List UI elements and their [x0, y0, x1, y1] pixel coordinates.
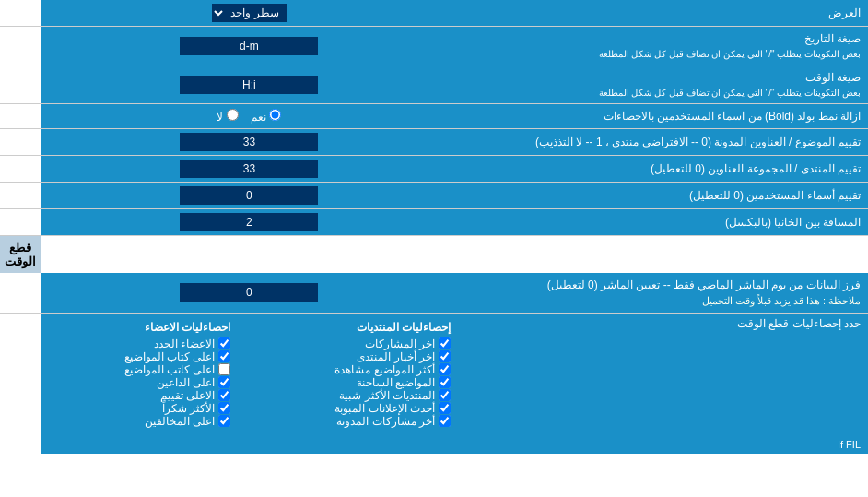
date-format-label: صيغة التاريخ بعض التكوينات يتطلب "/" الت… — [458, 27, 868, 65]
snapshot-header — [41, 236, 868, 274]
usernames-label: تقييم أسماء المستخدمين (0 للتعطيل) — [458, 183, 868, 209]
time-format-input-cell — [41, 65, 458, 104]
display-label: العرض — [458, 0, 868, 27]
forum-titles-label: تقييم المنتدى / المجموعة العناوين (0 للت… — [458, 156, 868, 183]
bold-remove-label: ازالة نمط بولد (Bold) من اسماء المستخدمي… — [458, 104, 868, 129]
cb-shares[interactable] — [439, 337, 451, 349]
radio-no-label: لا — [217, 111, 238, 124]
cb-ads-item: أحدث الإعلانات المبوبة — [267, 402, 450, 415]
snapshot-days-input[interactable] — [180, 283, 318, 302]
forum-titles-input-cell — [41, 156, 458, 183]
topic-titles-label: تقييم الموضوع / العناوين المدونة (0 -- ا… — [458, 129, 868, 156]
display-dropdown[interactable]: سطر واحد سطرين — [212, 4, 287, 22]
cb-top-posters-item: اعلى كتاب المواضيع — [48, 350, 230, 363]
radio-no[interactable] — [227, 109, 239, 121]
cb-hot[interactable] — [439, 376, 451, 388]
date-format-input[interactable] — [180, 37, 318, 55]
display-input-cell: سطر واحد سطرين — [41, 0, 458, 27]
date-format-input-cell — [41, 27, 458, 65]
members-stats-header: احصاءليات الاعضاء — [48, 321, 230, 334]
cb-shares-item: اخر المشاركات — [267, 337, 450, 350]
cb-thanks[interactable] — [218, 402, 230, 414]
cb-referrers[interactable] — [218, 376, 230, 388]
cb-last-posts-item: أخر مشاركات المدونة — [267, 415, 450, 428]
cb-similar-item: المنتديات الأكثر شبية — [267, 389, 450, 402]
cb-new-item: الاعضاء الجدد — [48, 337, 230, 350]
cb-news[interactable] — [439, 350, 451, 362]
cb-writers[interactable] — [218, 363, 230, 375]
snapshot-days-input-cell — [41, 273, 458, 313]
bold-remove-radio-cell: نعم لا — [41, 104, 458, 129]
column-gap-input-cell — [41, 209, 458, 236]
stats-apply-label: حدد إحصاءليات قطع الوقت — [458, 313, 868, 435]
column-gap-input[interactable] — [180, 213, 318, 231]
cb-referrers-item: اعلى الداعين — [48, 376, 230, 389]
topic-titles-input-cell — [41, 129, 458, 156]
radio-yes-label: نعم — [248, 111, 282, 124]
snapshot-days-label: فرز البيانات من يوم الماشر الماضي فقط --… — [458, 273, 868, 313]
cb-rated[interactable] — [218, 389, 230, 401]
cb-new[interactable] — [218, 337, 230, 349]
cb-news-item: اخر أخبار المنتدى — [267, 350, 450, 363]
usernames-input-cell — [41, 183, 458, 209]
column-gap-label: المسافة بين الخانيا (بالبكسل) — [458, 209, 868, 236]
usernames-input[interactable] — [180, 186, 318, 205]
cb-hot-item: المواضيع الساخنة — [267, 376, 450, 389]
cb-views[interactable] — [439, 363, 451, 375]
forum-titles-input[interactable] — [180, 160, 318, 178]
topic-titles-input[interactable] — [180, 133, 318, 151]
cb-similar[interactable] — [439, 389, 451, 401]
cb-thanks-item: الأكثر شكراً — [48, 402, 230, 415]
cb-top-posters[interactable] — [218, 350, 230, 362]
cb-views-item: أكثر المواضيع مشاهدة — [267, 363, 450, 376]
posts-stats-header: إحصاءليات المنتديات — [267, 321, 450, 334]
bottom-note: If FIL — [41, 435, 868, 454]
cb-ignored-item: اعلى المخالفين — [48, 415, 230, 428]
cb-ads[interactable] — [439, 402, 451, 414]
time-format-input[interactable] — [180, 76, 318, 94]
cb-rated-item: الاعلى تقييم — [48, 389, 230, 402]
cb-ignored[interactable] — [218, 415, 230, 427]
cb-writers-item: اعلى كاتب المواضيع — [48, 363, 230, 376]
cb-last-posts[interactable] — [439, 415, 451, 427]
snapshot-header-cell: قطع الوقت — [0, 236, 41, 274]
radio-yes[interactable] — [269, 109, 281, 121]
time-format-label: صيغة الوقت بعض التكوينات يتطلب "/" التي … — [458, 65, 868, 104]
checkboxes-container: إحصاءليات المنتديات اخر المشاركات اخر أخ… — [41, 313, 458, 435]
